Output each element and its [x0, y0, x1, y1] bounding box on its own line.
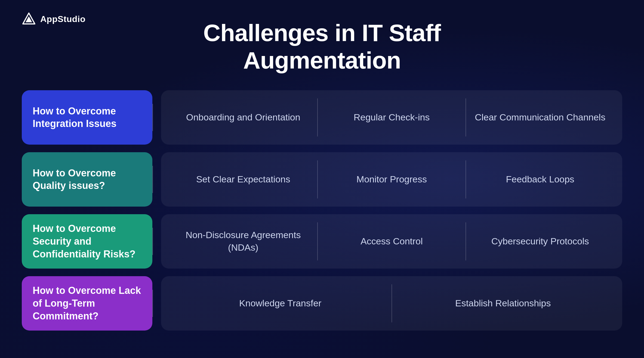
title-line2: Augmentation — [243, 47, 401, 74]
list-item: Set Clear Expectations — [169, 168, 317, 191]
row-divider-commitment — [152, 290, 153, 317]
list-item: Clear Communication Channels — [466, 106, 614, 129]
row-integration: How to Overcome Integration Issues Onboa… — [22, 90, 622, 145]
row-label-quality: How to Overcome Quality issues? — [22, 152, 152, 207]
row-items-quality: Set Clear Expectations Monitor Progress … — [161, 152, 622, 207]
row-divider-security — [152, 228, 153, 255]
logo: AppStudio — [22, 12, 85, 26]
row-commitment: How to Overcome Lack of Long-Term Commit… — [22, 276, 622, 331]
list-item: Access Control — [318, 230, 466, 253]
list-item: Regular Check-ins — [318, 106, 466, 129]
appstudio-logo-icon — [22, 12, 36, 26]
row-items-integration: Onboarding and Orientation Regular Check… — [161, 90, 622, 145]
row-label-integration: How to Overcome Integration Issues — [22, 90, 152, 145]
list-item: Establish Relationships — [392, 292, 614, 315]
row-divider-quality — [152, 166, 153, 193]
row-divider-integration — [152, 104, 153, 131]
row-label-security: How to Overcome Security and Confidentia… — [22, 214, 152, 269]
title-line1: Challenges in IT Staff — [203, 19, 441, 46]
row-items-commitment: Knowledge Transfer Establish Relationshi… — [161, 276, 622, 331]
page-title: Challenges in IT Staff Augmentation — [22, 19, 622, 74]
list-item: Feedback Loops — [466, 168, 614, 191]
row-quality: How to Overcome Quality issues? Set Clea… — [22, 152, 622, 207]
page: AppStudio Challenges in IT Staff Augment… — [0, 0, 644, 358]
row-label-commitment: How to Overcome Lack of Long-Term Commit… — [22, 276, 152, 331]
list-item: Non-Disclosure Agreements (NDAs) — [169, 223, 317, 259]
logo-text: AppStudio — [40, 14, 85, 24]
row-security: How to Overcome Security and Confidentia… — [22, 214, 622, 269]
list-item: Monitor Progress — [318, 168, 466, 191]
list-item: Knowledge Transfer — [169, 292, 392, 315]
list-item: Onboarding and Orientation — [169, 106, 317, 129]
row-items-security: Non-Disclosure Agreements (NDAs) Access … — [161, 214, 622, 269]
rows-container: How to Overcome Integration Issues Onboa… — [22, 90, 622, 342]
list-item: Cybersecurity Protocols — [466, 230, 614, 253]
